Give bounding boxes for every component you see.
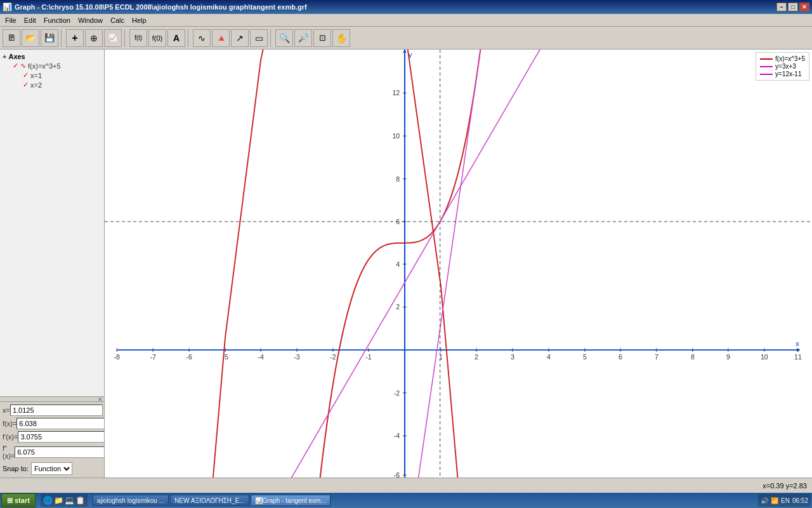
value-panel: x= f(x)= f'(x)= f"(x)= Snap to: Function… xyxy=(0,401,104,478)
svg-text:4: 4 xyxy=(396,260,400,268)
minimize-button[interactable]: − xyxy=(776,3,787,11)
graph-area[interactable]: f(x)=x^3+5 y=3x+3 y=12x-11 xyxy=(105,50,812,478)
fpx-input[interactable] xyxy=(18,431,105,443)
legend-label-1: f(x)=x^3+5 xyxy=(775,55,805,62)
status-coord: x=0.39 y=2.83 xyxy=(763,482,807,490)
legend-item-2: y=3x+3 xyxy=(760,63,805,70)
taskbar-item-1[interactable]: ajiologhsh logismikou ... xyxy=(93,495,169,506)
graph-icon: 📊 xyxy=(255,497,263,504)
tree-func-icon: ∿ xyxy=(20,62,26,70)
titlebar-controls: − □ ✕ xyxy=(776,3,809,11)
sys-tray: 🔊 📶 EN 06:52 xyxy=(758,494,811,507)
rect-button[interactable]: ▭ xyxy=(250,29,268,47)
titlebar-title: 📊 Graph - C:\chryso 15.10.08\P5 ECDL 200… xyxy=(3,3,307,11)
plot-button[interactable]: 📈 xyxy=(104,29,122,47)
sep3 xyxy=(188,29,190,47)
svg-text:-4: -4 xyxy=(394,432,400,439)
tray-icon-1: 🔊 xyxy=(761,497,768,504)
svg-text:9: 9 xyxy=(726,353,730,361)
tree-function[interactable]: ✓ ∿ f(x)=x^3+5 xyxy=(3,61,102,70)
titlebar: 📊 Graph - C:\chryso 15.10.08\P5 ECDL 200… xyxy=(0,0,812,14)
x-input[interactable] xyxy=(10,404,103,416)
check-icon: ✓ xyxy=(13,62,18,70)
maximize-button[interactable]: □ xyxy=(788,3,798,11)
hand-tool-button[interactable]: ✋ xyxy=(332,29,350,47)
taskbar: ⊞ start 🌐 📁 💻 📋 ajiologhsh logismikou ..… xyxy=(0,493,812,508)
svg-text:-3: -3 xyxy=(294,353,300,361)
toolbar: 🖹 📂 💾 + ⊕ 📈 f(t) f(0) A ∿ 🔺 ↗ ▭ 🔍 🔎 ⊡ ✋ xyxy=(0,27,812,50)
svg-text:12: 12 xyxy=(392,89,400,97)
legend-item-1: f(x)=x^3+5 xyxy=(760,55,805,62)
svg-text:7: 7 xyxy=(655,353,658,361)
sep4 xyxy=(270,29,273,47)
text-button[interactable]: A xyxy=(167,29,185,47)
tangent-button[interactable]: ⊕ xyxy=(85,29,103,47)
axes-label: Axes xyxy=(8,53,25,60)
new-button[interactable]: 🖹 xyxy=(3,29,20,47)
app-icon: 📊 xyxy=(3,3,12,11)
save-button[interactable]: 💾 xyxy=(41,29,58,47)
plus-icon: + xyxy=(3,53,6,60)
taskbar-item-3[interactable]: 📊 Graph - tangent exm... xyxy=(251,495,331,506)
svg-text:-4: -4 xyxy=(258,353,264,361)
menu-edit[interactable]: Edit xyxy=(20,15,40,25)
menu-window[interactable]: Window xyxy=(74,15,107,25)
fppx-input[interactable] xyxy=(15,446,105,458)
zoom-out-button[interactable]: 🔎 xyxy=(294,29,312,47)
fpx-label: f'(x)= xyxy=(3,433,18,441)
legend-item-3: y=12x-11 xyxy=(760,70,805,77)
fppx-value-row: f"(x)= xyxy=(3,444,102,460)
add-axes-button[interactable]: + xyxy=(66,29,84,47)
taskbar-item-3-label: Graph - tangent exm... xyxy=(263,497,326,504)
ql-icon-1[interactable]: 🌐 xyxy=(43,496,53,505)
close-button[interactable]: ✕ xyxy=(799,3,809,11)
tree-x2[interactable]: ✓ x=2 xyxy=(3,80,102,90)
sidebar: + Axes ✓ ∿ f(x)=x^3+5 ✓ x=1 ✓ x=2 ✕ x= xyxy=(0,50,105,478)
menu-file[interactable]: File xyxy=(1,15,20,25)
taskbar-item-2[interactable]: NEW ΑΞΙΟΛΟΓΗΣΗ_Ε... xyxy=(170,495,249,506)
start-label: start xyxy=(15,497,30,504)
svg-text:-6: -6 xyxy=(394,471,400,478)
zoom-in-button[interactable]: 🔍 xyxy=(275,29,293,47)
window-title: Graph - C:\chryso 15.10.08\P5 ECDL 2008\… xyxy=(15,3,307,11)
svg-text:-8: -8 xyxy=(114,353,120,361)
svg-text:2: 2 xyxy=(396,303,400,311)
open-button[interactable]: 📂 xyxy=(22,29,39,47)
zoom-fit-button[interactable]: ⊡ xyxy=(313,29,331,47)
tree-axes[interactable]: + Axes xyxy=(3,52,102,61)
menu-help[interactable]: Help xyxy=(128,15,150,25)
main-area: + Axes ✓ ∿ f(x)=x^3+5 ✓ x=1 ✓ x=2 ✕ x= xyxy=(0,50,812,478)
svg-text:6: 6 xyxy=(619,353,622,361)
svg-text:-1: -1 xyxy=(365,353,372,361)
ql-icon-2[interactable]: 📁 xyxy=(54,496,63,505)
resize-handle[interactable]: ✕ xyxy=(0,396,104,401)
snap-select[interactable]: Function Grid Axes None xyxy=(31,462,72,475)
sep2 xyxy=(124,29,127,47)
tree-x1-label: x=1 xyxy=(30,72,42,79)
svg-rect-11 xyxy=(117,50,800,478)
menubar: File Edit Function Window Calc Help xyxy=(0,14,812,27)
start-button[interactable]: ⊞ start xyxy=(1,493,36,507)
svg-text:11: 11 xyxy=(794,353,802,361)
svg-text:6: 6 xyxy=(396,218,400,225)
menu-calc[interactable]: Calc xyxy=(107,15,128,25)
shade-button[interactable]: 🔺 xyxy=(212,29,230,47)
fx-input[interactable] xyxy=(16,418,105,429)
table-button[interactable]: f(0) xyxy=(148,29,166,47)
tree-x1[interactable]: ✓ x=1 xyxy=(3,70,102,80)
taskbar-right: 🔊 📶 EN 06:52 xyxy=(758,494,811,507)
fx-value-row: f(x)= xyxy=(3,418,102,429)
legend: f(x)=x^3+5 y=3x+3 y=12x-11 xyxy=(756,52,809,81)
arrow-button[interactable]: ↗ xyxy=(231,29,249,47)
legend-color-3 xyxy=(760,74,773,75)
svg-text:8: 8 xyxy=(396,175,400,183)
svg-text:1: 1 xyxy=(439,353,443,361)
ql-icon-4[interactable]: 📋 xyxy=(75,496,85,505)
fx-label: f(x)= xyxy=(3,420,16,427)
menu-function[interactable]: Function xyxy=(40,15,74,25)
function-button[interactable]: f(t) xyxy=(129,29,147,47)
legend-label-2: y=3x+3 xyxy=(775,63,796,70)
ql-icon-3[interactable]: 💻 xyxy=(65,496,74,505)
svg-text:-2: -2 xyxy=(330,353,336,361)
curve-button[interactable]: ∿ xyxy=(193,29,211,47)
